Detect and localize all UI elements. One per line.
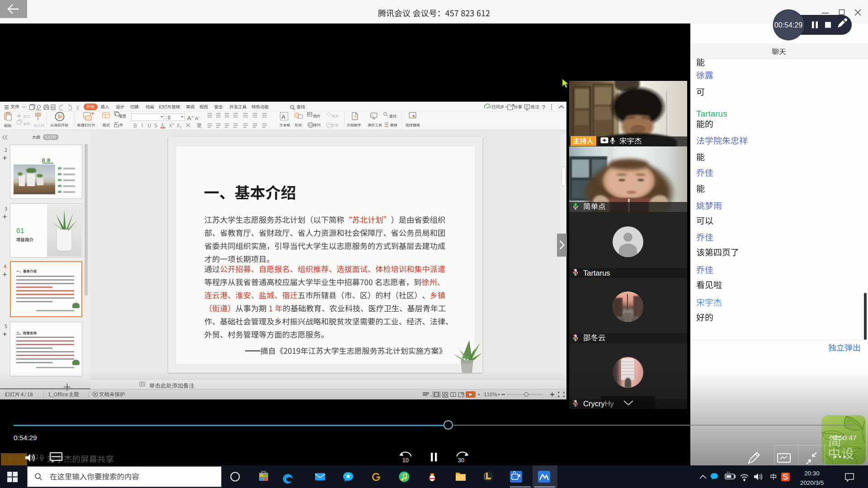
svg-text:?: ? bbox=[542, 104, 545, 111]
svg-text:2020/3/5: 2020/3/5 bbox=[800, 479, 824, 486]
svg-text:2: 2 bbox=[180, 126, 182, 129]
svg-text:A: A bbox=[282, 114, 285, 120]
svg-text:2: 2 bbox=[172, 122, 174, 126]
svg-text:20:30: 20:30 bbox=[804, 470, 820, 477]
svg-text:10: 10 bbox=[402, 457, 409, 464]
svg-text:+: + bbox=[192, 115, 194, 119]
svg-text:-: - bbox=[199, 115, 200, 119]
svg-text:A: A bbox=[195, 116, 198, 121]
svg-text:A: A bbox=[187, 115, 191, 122]
svg-text:30: 30 bbox=[458, 457, 464, 464]
svg-text:00:54:29: 00:54:29 bbox=[774, 21, 802, 29]
